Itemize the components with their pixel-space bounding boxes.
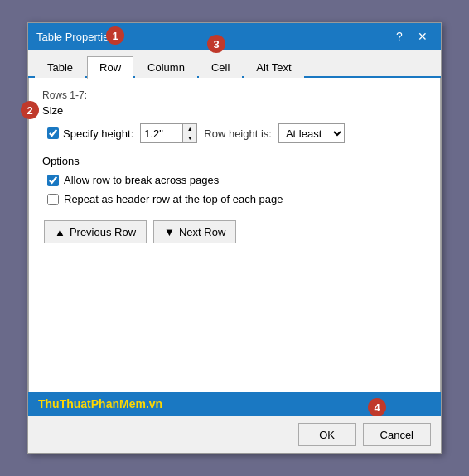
tabs-bar: 1 Table Row Column Cell Alt Text: [28, 50, 441, 78]
annotation-3: 3: [207, 35, 225, 53]
options-checkboxes: Allow row to break across pages Repeat a…: [42, 174, 427, 205]
help-button[interactable]: ?: [389, 26, 409, 46]
annotation-4: 4: [368, 398, 386, 416]
prev-row-label: Previous Row: [70, 226, 136, 238]
options-section: Options Allow row to break across pages …: [42, 155, 427, 205]
close-button[interactable]: ✕: [413, 26, 433, 46]
tab-cell[interactable]: Cell: [199, 56, 242, 78]
title-bar-controls: ? ✕: [389, 26, 433, 46]
annotation-1: 1: [106, 26, 124, 45]
allow-break-row[interactable]: Allow row to break across pages: [47, 174, 427, 186]
watermark-text: ThuThuatPhanMem.vn: [38, 397, 162, 411]
watermark-suffix: .vn: [146, 397, 162, 411]
nav-buttons: ▲ Previous Row ▼ Next Row: [42, 220, 427, 243]
annotation-2: 2: [21, 101, 39, 119]
watermark-normal: ThuThuat: [38, 397, 91, 411]
allow-break-checkbox[interactable]: [47, 175, 59, 186]
specify-height-text: Specify height:: [63, 127, 133, 140]
title-bar: Table Properties ? ✕: [28, 23, 441, 50]
spin-up-button[interactable]: ▲: [183, 124, 196, 133]
height-input-wrap: ▲ ▼: [140, 123, 197, 143]
allow-break-text: Allow row to break across pages: [64, 174, 219, 186]
cancel-button[interactable]: Cancel: [363, 423, 431, 446]
allow-break-underline: b: [125, 174, 131, 186]
specify-height-label[interactable]: Specify height:: [47, 127, 133, 140]
row-height-is-label: Row height is:: [204, 127, 272, 140]
repeat-header-row[interactable]: Repeat as header row at the top of each …: [47, 193, 427, 205]
table-properties-dialog: Table Properties ? ✕ 1 Table Row Column …: [27, 22, 442, 454]
specify-height-checkbox[interactable]: [47, 127, 59, 139]
prev-row-icon: ▲: [55, 226, 65, 238]
size-label: Size: [42, 104, 427, 117]
options-label: Options: [42, 155, 427, 167]
tab-row[interactable]: Row: [87, 56, 133, 79]
row-height-select[interactable]: At least Exactly: [278, 123, 345, 143]
next-row-label: Next Row: [179, 226, 225, 238]
next-row-icon: ▼: [164, 226, 175, 238]
height-input[interactable]: [141, 124, 182, 142]
specify-height-row: Specify height: ▲ ▼ Row height is: At le…: [42, 123, 427, 143]
next-row-button[interactable]: ▼ Next Row: [153, 220, 236, 243]
height-spinner: ▲ ▼: [182, 124, 196, 142]
dialog-title: Table Properties: [36, 31, 114, 43]
repeat-header-checkbox[interactable]: [47, 194, 59, 205]
tab-alt-text[interactable]: Alt Text: [244, 56, 303, 78]
tab-column[interactable]: Column: [135, 56, 197, 78]
repeat-header-underline: h: [116, 193, 122, 205]
repeat-header-text: Repeat as header row at the top of each …: [64, 193, 283, 205]
tab-table[interactable]: Table: [35, 56, 85, 78]
spin-down-button[interactable]: ▼: [183, 133, 196, 142]
tab-content: 2 3 Rows 1-7: Size Specify height: ▲ ▼ R…: [28, 78, 441, 392]
watermark-highlight: PhanMem: [91, 397, 146, 411]
dialog-footer: 4 OK Cancel: [28, 416, 441, 453]
prev-row-button[interactable]: ▲ Previous Row: [44, 220, 147, 243]
ok-button[interactable]: OK: [298, 423, 356, 446]
rows-label: Rows 1-7:: [42, 89, 427, 101]
